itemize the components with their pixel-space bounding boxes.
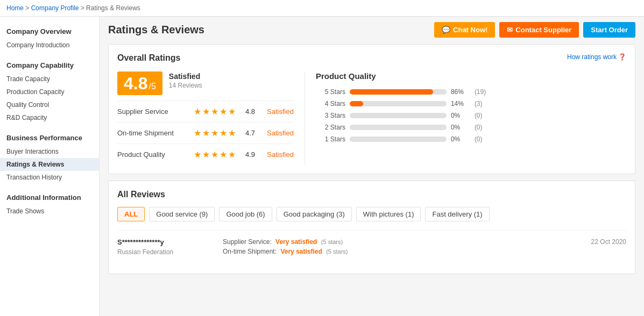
sidebar-section-company-capability: Company Capability xyxy=(0,56,99,73)
filter-good-job[interactable]: Good job (6) xyxy=(219,207,272,221)
rating-row-product-quality: Product Quality ★ ★ ★ ★ ★ 4.9 Satisfied xyxy=(117,143,294,165)
bar-label-5: 5 Stars xyxy=(316,88,345,96)
overall-ratings-card: Overall Ratings How ratings work ❓ 4.8 /… xyxy=(108,44,635,174)
start-order-button[interactable]: Start Order xyxy=(583,22,635,38)
supplier-service-stars: ★ ★ ★ ★ ★ xyxy=(194,106,236,117)
bar-pct-3: 0% xyxy=(451,112,470,119)
breadcrumb-current: Ratings & Reviews xyxy=(86,4,140,12)
ontime-shipment-status: Satisfied xyxy=(267,129,294,137)
bar-pct-4: 14% xyxy=(451,100,470,107)
product-quality-score: 4.9 xyxy=(245,150,260,159)
score-number: 4.8 xyxy=(124,75,147,92)
ontime-shipment-stars: ★ ★ ★ ★ ★ xyxy=(194,128,236,138)
rating-row-supplier-service: Supplier Service ★ ★ ★ ★ ★ 4.8 Satisfied xyxy=(117,100,294,122)
ontime-shipment-score: 4.7 xyxy=(245,129,260,137)
ratings-body: 4.8 /5 Satisfied 14 Reviews Supplier Ser… xyxy=(117,71,626,165)
product-quality-stars: ★ ★ ★ ★ ★ xyxy=(194,149,236,160)
sidebar-item-production-capacity[interactable]: Production Capacity xyxy=(0,85,99,98)
sidebar-item-buyer-interactions[interactable]: Buyer Interactions xyxy=(0,145,99,158)
review-date: 22 Oct 2020 xyxy=(591,238,626,257)
review-ontime-shipment: On-time Shipment: Very satisfied (5 star… xyxy=(223,248,583,255)
page-title: Ratings & Reviews xyxy=(108,24,204,36)
bar-row-2-stars: 2 Stars 0% (0) xyxy=(316,124,626,131)
ontime-shipment-label: On-time Shipment xyxy=(117,129,187,137)
chat-icon: 💬 xyxy=(442,26,450,34)
bar-pct-1: 0% xyxy=(451,135,470,143)
quality-title: Product Quality xyxy=(316,71,626,81)
bar-count-4: (3) xyxy=(475,100,483,107)
bar-track-5 xyxy=(350,89,447,95)
question-icon: ❓ xyxy=(618,53,626,61)
breadcrumb: Home > Company Profile > Ratings & Revie… xyxy=(0,0,644,17)
rating-row-ontime-shipment: On-time Shipment ★ ★ ★ ★ ★ 4.7 Satisfied xyxy=(117,122,294,143)
breadcrumb-home[interactable]: Home xyxy=(6,4,24,12)
contact-supplier-button[interactable]: ✉ Contact Supplier xyxy=(499,22,579,38)
bar-pct-5: 86% xyxy=(451,88,470,96)
review-item: S**************y Russian Federation Supp… xyxy=(117,230,626,265)
sidebar-item-ratings-reviews[interactable]: Ratings & Reviews xyxy=(0,158,99,171)
chat-now-button[interactable]: 💬 Chat Now! xyxy=(434,22,495,38)
bar-track-3 xyxy=(350,113,447,118)
page-header: Ratings & Reviews 💬 Chat Now! ✉ Contact … xyxy=(108,17,635,44)
filter-good-packaging[interactable]: Good packaging (3) xyxy=(277,207,352,221)
bar-row-1-star: 1 Stars 0% (0) xyxy=(316,135,626,143)
review-detail: Supplier Service: Very satisfied (5 star… xyxy=(223,238,583,257)
all-reviews-card: All Reviews ALL Good service (9) Good jo… xyxy=(108,181,635,274)
score-section: 4.8 /5 Satisfied 14 Reviews Supplier Ser… xyxy=(117,71,294,165)
bar-row-4-stars: 4 Stars 14% (3) xyxy=(316,100,626,107)
bar-track-1 xyxy=(350,137,447,142)
bar-count-5: (19) xyxy=(475,88,486,96)
sidebar-section-company-overview: Company Overview xyxy=(0,22,99,39)
sidebar-item-rd-capacity[interactable]: R&D Capacity xyxy=(0,111,99,124)
all-reviews-title: All Reviews xyxy=(117,190,626,199)
product-quality-status: Satisfied xyxy=(267,150,294,159)
bar-label-1: 1 Stars xyxy=(316,135,345,143)
bar-label-2: 2 Stars xyxy=(316,124,345,131)
sidebar: Company Overview Company Introduction Co… xyxy=(0,17,100,316)
how-ratings-link[interactable]: How ratings work ❓ xyxy=(567,53,626,61)
big-score-badge: 4.8 /5 xyxy=(117,71,162,95)
reviewer-name: S**************y xyxy=(117,238,214,246)
supplier-service-status: Satisfied xyxy=(267,107,294,116)
bar-count-2: (0) xyxy=(475,124,483,131)
bar-count-3: (0) xyxy=(475,112,483,119)
bar-label-4: 4 Stars xyxy=(316,100,345,107)
filter-with-pictures[interactable]: With pictures (1) xyxy=(356,207,421,221)
overall-header: Overall Ratings How ratings work ❓ xyxy=(117,53,626,63)
sidebar-item-company-introduction[interactable]: Company Introduction xyxy=(0,39,99,52)
product-quality-label: Product Quality xyxy=(117,150,187,159)
filter-fast-delivery[interactable]: Fast delivery (1) xyxy=(425,207,489,221)
score-denom: /5 xyxy=(148,82,155,91)
bar-count-1: (0) xyxy=(475,135,483,143)
score-status: Satisfied xyxy=(169,72,202,81)
score-review-count: 14 Reviews xyxy=(169,82,202,89)
sidebar-section-business-performance: Business Performance xyxy=(0,128,99,145)
bar-pct-2: 0% xyxy=(451,124,470,131)
reviewer-country: Russian Federation xyxy=(117,248,214,256)
bar-track-2 xyxy=(350,125,447,130)
supplier-service-label: Supplier Service xyxy=(117,107,187,116)
sidebar-item-quality-control[interactable]: Quality Control xyxy=(0,98,99,111)
page-layout: Company Overview Company Introduction Co… xyxy=(0,17,644,316)
reviewer-info: S**************y Russian Federation xyxy=(117,238,214,257)
bar-fill-4 xyxy=(350,101,363,106)
sidebar-section-additional-info: Additional Information xyxy=(0,188,99,205)
mail-icon: ✉ xyxy=(507,26,513,34)
sidebar-item-transaction-history[interactable]: Transaction History xyxy=(0,171,99,184)
bar-fill-5 xyxy=(350,89,433,95)
breadcrumb-company-profile[interactable]: Company Profile xyxy=(31,4,79,12)
main-content: Ratings & Reviews 💬 Chat Now! ✉ Contact … xyxy=(100,17,644,316)
review-supplier-service: Supplier Service: Very satisfied (5 star… xyxy=(223,238,583,246)
overall-ratings-title: Overall Ratings xyxy=(117,53,180,63)
filter-all[interactable]: ALL xyxy=(117,207,145,221)
quality-section: Product Quality 5 Stars 86% (19) 4 Stars xyxy=(305,71,626,165)
bar-label-3: 3 Stars xyxy=(316,112,345,119)
bar-track-4 xyxy=(350,101,447,106)
supplier-service-score: 4.8 xyxy=(245,107,260,116)
sidebar-item-trade-capacity[interactable]: Trade Capacity xyxy=(0,73,99,85)
sidebar-item-trade-shows[interactable]: Trade Shows xyxy=(0,205,99,218)
bar-row-5-stars: 5 Stars 86% (19) xyxy=(316,88,626,96)
filter-good-service[interactable]: Good service (9) xyxy=(149,207,215,221)
bar-row-3-stars: 3 Stars 0% (0) xyxy=(316,112,626,119)
header-actions: 💬 Chat Now! ✉ Contact Supplier Start Ord… xyxy=(434,22,635,38)
